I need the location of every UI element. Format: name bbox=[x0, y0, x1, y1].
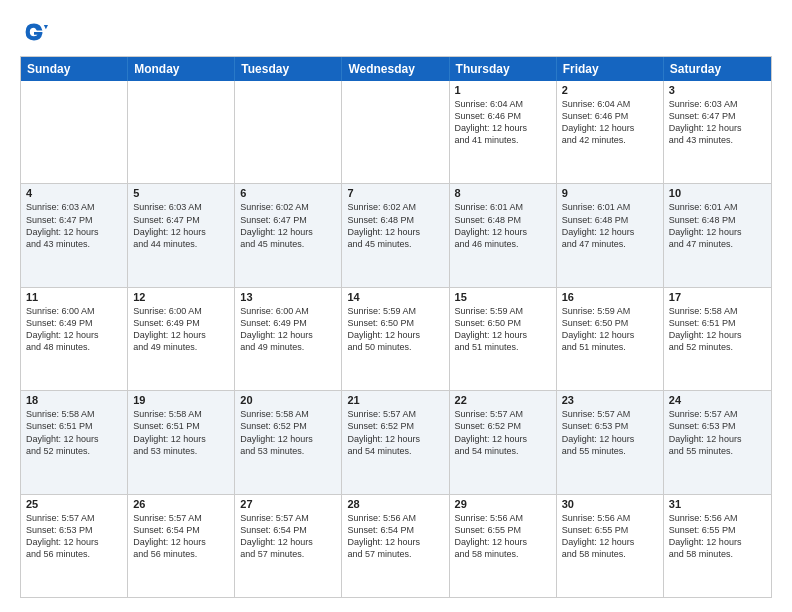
day-number: 11 bbox=[26, 291, 122, 303]
svg-marker-0 bbox=[44, 25, 48, 29]
day-info: Sunrise: 5:56 AM Sunset: 6:55 PM Dayligh… bbox=[669, 512, 766, 561]
day-info: Sunrise: 5:57 AM Sunset: 6:53 PM Dayligh… bbox=[26, 512, 122, 561]
day-number: 15 bbox=[455, 291, 551, 303]
header bbox=[20, 18, 772, 46]
calendar-cell-r4-c2: 27Sunrise: 5:57 AM Sunset: 6:54 PM Dayli… bbox=[235, 495, 342, 597]
day-number: 12 bbox=[133, 291, 229, 303]
weekday-header-sunday: Sunday bbox=[21, 57, 128, 81]
day-number: 30 bbox=[562, 498, 658, 510]
day-number: 31 bbox=[669, 498, 766, 510]
weekday-header-thursday: Thursday bbox=[450, 57, 557, 81]
calendar-cell-r3-c6: 24Sunrise: 5:57 AM Sunset: 6:53 PM Dayli… bbox=[664, 391, 771, 493]
day-number: 28 bbox=[347, 498, 443, 510]
calendar-row-5: 25Sunrise: 5:57 AM Sunset: 6:53 PM Dayli… bbox=[21, 494, 771, 597]
day-number: 4 bbox=[26, 187, 122, 199]
day-number: 21 bbox=[347, 394, 443, 406]
day-info: Sunrise: 6:00 AM Sunset: 6:49 PM Dayligh… bbox=[133, 305, 229, 354]
calendar-cell-r4-c3: 28Sunrise: 5:56 AM Sunset: 6:54 PM Dayli… bbox=[342, 495, 449, 597]
calendar-cell-r2-c5: 16Sunrise: 5:59 AM Sunset: 6:50 PM Dayli… bbox=[557, 288, 664, 390]
day-info: Sunrise: 5:57 AM Sunset: 6:53 PM Dayligh… bbox=[562, 408, 658, 457]
day-info: Sunrise: 5:58 AM Sunset: 6:51 PM Dayligh… bbox=[26, 408, 122, 457]
day-number: 22 bbox=[455, 394, 551, 406]
day-info: Sunrise: 5:57 AM Sunset: 6:52 PM Dayligh… bbox=[347, 408, 443, 457]
calendar-cell-r2-c6: 17Sunrise: 5:58 AM Sunset: 6:51 PM Dayli… bbox=[664, 288, 771, 390]
calendar-row-4: 18Sunrise: 5:58 AM Sunset: 6:51 PM Dayli… bbox=[21, 390, 771, 493]
calendar-row-2: 4Sunrise: 6:03 AM Sunset: 6:47 PM Daylig… bbox=[21, 183, 771, 286]
calendar-cell-r0-c0 bbox=[21, 81, 128, 183]
day-number: 5 bbox=[133, 187, 229, 199]
logo bbox=[20, 18, 54, 46]
day-number: 6 bbox=[240, 187, 336, 199]
calendar-body: 1Sunrise: 6:04 AM Sunset: 6:46 PM Daylig… bbox=[21, 81, 771, 597]
calendar-header: SundayMondayTuesdayWednesdayThursdayFrid… bbox=[21, 57, 771, 81]
day-info: Sunrise: 5:56 AM Sunset: 6:55 PM Dayligh… bbox=[455, 512, 551, 561]
day-info: Sunrise: 6:00 AM Sunset: 6:49 PM Dayligh… bbox=[240, 305, 336, 354]
day-number: 29 bbox=[455, 498, 551, 510]
calendar-cell-r2-c1: 12Sunrise: 6:00 AM Sunset: 6:49 PM Dayli… bbox=[128, 288, 235, 390]
day-number: 7 bbox=[347, 187, 443, 199]
calendar-cell-r0-c3 bbox=[342, 81, 449, 183]
day-number: 25 bbox=[26, 498, 122, 510]
calendar-cell-r4-c0: 25Sunrise: 5:57 AM Sunset: 6:53 PM Dayli… bbox=[21, 495, 128, 597]
calendar-cell-r2-c2: 13Sunrise: 6:00 AM Sunset: 6:49 PM Dayli… bbox=[235, 288, 342, 390]
day-number: 10 bbox=[669, 187, 766, 199]
day-info: Sunrise: 6:00 AM Sunset: 6:49 PM Dayligh… bbox=[26, 305, 122, 354]
calendar-cell-r1-c3: 7Sunrise: 6:02 AM Sunset: 6:48 PM Daylig… bbox=[342, 184, 449, 286]
day-number: 20 bbox=[240, 394, 336, 406]
day-info: Sunrise: 5:57 AM Sunset: 6:53 PM Dayligh… bbox=[669, 408, 766, 457]
day-info: Sunrise: 5:59 AM Sunset: 6:50 PM Dayligh… bbox=[562, 305, 658, 354]
weekday-header-tuesday: Tuesday bbox=[235, 57, 342, 81]
day-number: 26 bbox=[133, 498, 229, 510]
page: SundayMondayTuesdayWednesdayThursdayFrid… bbox=[0, 0, 792, 612]
calendar-cell-r0-c1 bbox=[128, 81, 235, 183]
weekday-header-friday: Friday bbox=[557, 57, 664, 81]
day-number: 8 bbox=[455, 187, 551, 199]
calendar-cell-r3-c0: 18Sunrise: 5:58 AM Sunset: 6:51 PM Dayli… bbox=[21, 391, 128, 493]
day-info: Sunrise: 5:57 AM Sunset: 6:54 PM Dayligh… bbox=[133, 512, 229, 561]
day-number: 2 bbox=[562, 84, 658, 96]
day-number: 18 bbox=[26, 394, 122, 406]
day-info: Sunrise: 6:01 AM Sunset: 6:48 PM Dayligh… bbox=[455, 201, 551, 250]
day-info: Sunrise: 5:58 AM Sunset: 6:51 PM Dayligh… bbox=[133, 408, 229, 457]
calendar-cell-r1-c1: 5Sunrise: 6:03 AM Sunset: 6:47 PM Daylig… bbox=[128, 184, 235, 286]
day-info: Sunrise: 6:03 AM Sunset: 6:47 PM Dayligh… bbox=[26, 201, 122, 250]
day-info: Sunrise: 6:02 AM Sunset: 6:47 PM Dayligh… bbox=[240, 201, 336, 250]
calendar-cell-r2-c4: 15Sunrise: 5:59 AM Sunset: 6:50 PM Dayli… bbox=[450, 288, 557, 390]
day-info: Sunrise: 6:02 AM Sunset: 6:48 PM Dayligh… bbox=[347, 201, 443, 250]
calendar-cell-r4-c4: 29Sunrise: 5:56 AM Sunset: 6:55 PM Dayli… bbox=[450, 495, 557, 597]
day-info: Sunrise: 5:57 AM Sunset: 6:52 PM Dayligh… bbox=[455, 408, 551, 457]
day-info: Sunrise: 5:56 AM Sunset: 6:54 PM Dayligh… bbox=[347, 512, 443, 561]
weekday-header-saturday: Saturday bbox=[664, 57, 771, 81]
calendar-cell-r0-c4: 1Sunrise: 6:04 AM Sunset: 6:46 PM Daylig… bbox=[450, 81, 557, 183]
calendar-cell-r4-c6: 31Sunrise: 5:56 AM Sunset: 6:55 PM Dayli… bbox=[664, 495, 771, 597]
day-number: 27 bbox=[240, 498, 336, 510]
day-number: 17 bbox=[669, 291, 766, 303]
calendar-cell-r3-c5: 23Sunrise: 5:57 AM Sunset: 6:53 PM Dayli… bbox=[557, 391, 664, 493]
calendar-cell-r0-c5: 2Sunrise: 6:04 AM Sunset: 6:46 PM Daylig… bbox=[557, 81, 664, 183]
day-number: 1 bbox=[455, 84, 551, 96]
calendar-cell-r2-c3: 14Sunrise: 5:59 AM Sunset: 6:50 PM Dayli… bbox=[342, 288, 449, 390]
day-info: Sunrise: 5:59 AM Sunset: 6:50 PM Dayligh… bbox=[455, 305, 551, 354]
calendar-cell-r1-c0: 4Sunrise: 6:03 AM Sunset: 6:47 PM Daylig… bbox=[21, 184, 128, 286]
calendar-cell-r3-c4: 22Sunrise: 5:57 AM Sunset: 6:52 PM Dayli… bbox=[450, 391, 557, 493]
calendar-cell-r3-c1: 19Sunrise: 5:58 AM Sunset: 6:51 PM Dayli… bbox=[128, 391, 235, 493]
calendar-cell-r0-c6: 3Sunrise: 6:03 AM Sunset: 6:47 PM Daylig… bbox=[664, 81, 771, 183]
day-info: Sunrise: 5:58 AM Sunset: 6:52 PM Dayligh… bbox=[240, 408, 336, 457]
calendar-cell-r1-c5: 9Sunrise: 6:01 AM Sunset: 6:48 PM Daylig… bbox=[557, 184, 664, 286]
calendar-cell-r2-c0: 11Sunrise: 6:00 AM Sunset: 6:49 PM Dayli… bbox=[21, 288, 128, 390]
calendar-row-3: 11Sunrise: 6:00 AM Sunset: 6:49 PM Dayli… bbox=[21, 287, 771, 390]
day-info: Sunrise: 6:04 AM Sunset: 6:46 PM Dayligh… bbox=[562, 98, 658, 147]
day-number: 19 bbox=[133, 394, 229, 406]
logo-icon bbox=[20, 18, 48, 46]
day-info: Sunrise: 6:04 AM Sunset: 6:46 PM Dayligh… bbox=[455, 98, 551, 147]
day-info: Sunrise: 5:57 AM Sunset: 6:54 PM Dayligh… bbox=[240, 512, 336, 561]
day-info: Sunrise: 5:56 AM Sunset: 6:55 PM Dayligh… bbox=[562, 512, 658, 561]
weekday-header-wednesday: Wednesday bbox=[342, 57, 449, 81]
day-info: Sunrise: 6:01 AM Sunset: 6:48 PM Dayligh… bbox=[562, 201, 658, 250]
calendar-cell-r1-c6: 10Sunrise: 6:01 AM Sunset: 6:48 PM Dayli… bbox=[664, 184, 771, 286]
day-number: 16 bbox=[562, 291, 658, 303]
calendar-cell-r4-c5: 30Sunrise: 5:56 AM Sunset: 6:55 PM Dayli… bbox=[557, 495, 664, 597]
day-info: Sunrise: 6:03 AM Sunset: 6:47 PM Dayligh… bbox=[669, 98, 766, 147]
day-number: 23 bbox=[562, 394, 658, 406]
calendar-cell-r1-c4: 8Sunrise: 6:01 AM Sunset: 6:48 PM Daylig… bbox=[450, 184, 557, 286]
